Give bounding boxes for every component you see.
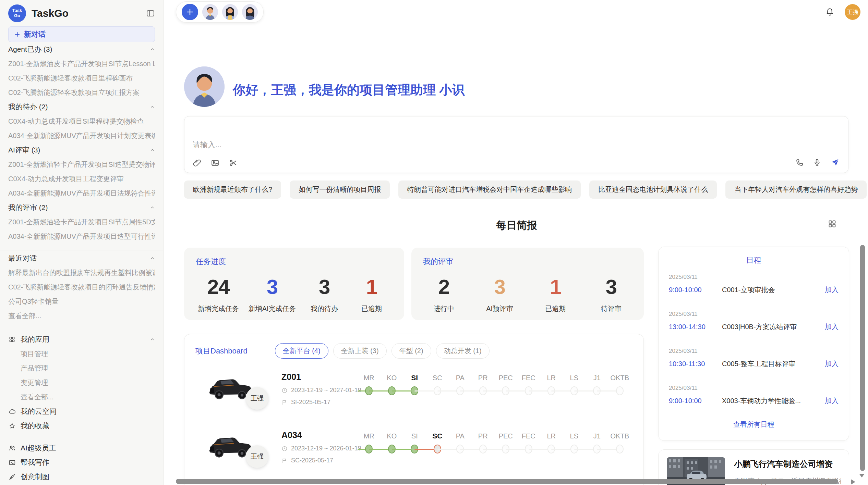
contact-avatar[interactable] <box>222 4 238 20</box>
sidebar-item[interactable]: A034-全新新能源MUV产品开发项目造型可行性评审 <box>8 229 155 244</box>
suggestion-chip[interactable]: 如何写一份清晰的项目周报 <box>290 181 390 199</box>
recent-chat-item-view-all[interactable]: 查看全部... <box>8 309 155 323</box>
section-header-my-review[interactable]: 我的评审 (2) <box>8 200 155 215</box>
sidebar-item[interactable]: C02-飞腾新能源轻客改款项目里程碑画布 <box>8 71 155 85</box>
attachment-icon[interactable] <box>193 159 201 167</box>
project-row[interactable]: 王强 Z001 2023-12-19 ~ 2027-01-19 SI-2025-… <box>184 365 643 420</box>
logo-row: Task Go TaskGo <box>8 0 155 25</box>
recent-chat-item[interactable]: C02-飞腾新能源轻客改款项目的闭环通告反馈情况 <box>8 280 155 294</box>
scissors-icon[interactable] <box>229 159 238 167</box>
sidebar-item-creative-draw[interactable]: 创意制图 <box>8 470 155 484</box>
notification-bell-icon[interactable] <box>825 8 834 17</box>
filter-pill[interactable]: 全新平台 (4) <box>275 343 328 359</box>
recent-chat-item[interactable]: 解释最新出台的欧盟报废车法规再生塑料比例被调至15%... <box>8 265 155 280</box>
project-code: A034 <box>281 430 361 440</box>
layout-grid-icon[interactable] <box>828 219 837 231</box>
schedule-event-title: X003-车辆动力学性能验... <box>722 396 825 406</box>
app-item-change-mgmt[interactable]: 变更管理 <box>8 375 155 390</box>
dashboard-header: 项目Dashboard 全新平台 (4) 全新上装 (3) 年型 (2) 动总开… <box>184 334 643 365</box>
filter-pill[interactable]: 年型 (2) <box>391 343 431 359</box>
plus-icon <box>14 31 21 38</box>
sidebar-item[interactable]: C0X4-动力总成开发项目工程变更评审 <box>8 172 155 186</box>
sidebar-item-my-apps[interactable]: 我的应用 <box>8 332 155 347</box>
project-info: A034 2023-12-19 ~ 2026-01-19 SC-2025-05-… <box>281 430 361 464</box>
app-item-product-mgmt[interactable]: 产品管理 <box>8 361 155 375</box>
image-icon[interactable] <box>211 159 219 167</box>
stat: 2进行中 <box>425 275 463 313</box>
suggestion-chip[interactable]: 比亚迪全固态电池计划具体说了什么 <box>589 181 717 199</box>
sidebar-item[interactable]: C0X4-动力总成开发项目SI里程碑提交物检查 <box>8 114 155 128</box>
new-chat-label: 新对话 <box>24 29 46 39</box>
milestone-track: MRKOSISCPAPRPECFECLRLSJ1OKTB <box>358 373 632 396</box>
sidebar-item[interactable]: C02-飞腾新能源轻客改款项目立项汇报方案 <box>8 85 155 100</box>
suggestion-chip[interactable]: 当下年轻人对汽车外观有怎样的喜好趋势 <box>725 181 867 199</box>
join-link[interactable]: 加入 <box>825 396 839 406</box>
phone-icon[interactable] <box>795 158 804 167</box>
schedule-item: 2025/03/11 10:30-11:30 C005-整车工程目标评审 加入 <box>659 340 849 377</box>
sidebar-item[interactable]: Z001-全新燃油轻卡产品开发项目SI节点属性5D文件评审 <box>8 215 155 229</box>
sidebar-item-my-favorites[interactable]: 我的收藏 <box>8 419 155 433</box>
vertical-scrollbar-thumb[interactable] <box>860 245 865 471</box>
app-item-view-all[interactable]: 查看全部... <box>8 390 155 404</box>
schedule-time: 13:00-14:30 <box>669 323 722 331</box>
stat: 1已逾期 <box>353 275 390 313</box>
recent-chat-item[interactable]: 公司Q3轻卡销量 <box>8 294 155 309</box>
apps-grid-icon <box>8 336 16 343</box>
taskgo-app: Task Go TaskGo 新对话 Agent已办 (3) Z001-全新燃油… <box>0 0 868 485</box>
dashboard-title: 项目Dashboard <box>195 343 248 356</box>
join-link[interactable]: 加入 <box>825 322 839 332</box>
suggestion-chip[interactable]: 欧洲新规最近颁布了什么? <box>184 181 281 199</box>
logo-text-bottom: Go <box>14 13 20 18</box>
app-title: TaskGo <box>32 8 146 19</box>
stat: 3我的待办 <box>305 275 343 313</box>
mic-icon[interactable] <box>813 158 821 167</box>
stat: 1已逾期 <box>537 275 574 313</box>
composer-right-tools <box>795 158 840 167</box>
news-title: 小鹏飞行汽车制造公司增资 <box>734 459 841 470</box>
join-link[interactable]: 加入 <box>825 359 839 369</box>
scroll-down-arrow[interactable] <box>859 474 865 477</box>
contact-avatar[interactable] <box>242 4 258 20</box>
schedule-item: 2025/03/11 9:00-10:00 C001-立项审批会 加入 <box>659 266 849 303</box>
app-item-project-mgmt[interactable]: 项目管理 <box>8 347 155 361</box>
horizontal-scrollbar-thumb[interactable] <box>176 479 838 484</box>
logo-text-top: Task <box>12 8 22 13</box>
join-link[interactable]: 加入 <box>825 285 839 295</box>
filter-pill[interactable]: 动总开发 (1) <box>436 343 490 359</box>
filter-pill[interactable]: 全新上装 (3) <box>333 343 387 359</box>
sidebar-item[interactable]: Z001-全新燃油皮卡产品开发项目SI节点Lesson Learn报告 <box>8 57 155 71</box>
sidebar-collapse-icon[interactable] <box>146 9 155 18</box>
schedule-item: 2025/03/11 9:00-10:00 X003-车辆动力学性能验... 加… <box>659 377 849 414</box>
dashboard-filters: 全新平台 (4) 全新上装 (3) 年型 (2) 动总开发 (1) <box>275 343 490 359</box>
project-owner-badge: 王强 <box>246 387 268 410</box>
new-chat-button[interactable]: 新对话 <box>8 26 155 42</box>
schedule-card: 日程 2025/03/11 9:00-10:00 C001-立项审批会 加入 2… <box>658 247 849 441</box>
send-icon[interactable] <box>830 158 840 167</box>
section-header-ai-review[interactable]: AI评审 (3) <box>8 143 155 157</box>
add-contact-button[interactable] <box>182 4 198 20</box>
project-row[interactable]: 王强 A034 2023-12-19 ~ 2026-01-19 SC-2025-… <box>184 423 643 478</box>
chat-composer[interactable]: 请输入... <box>184 116 848 173</box>
card-title: 我的评审 <box>423 257 632 267</box>
suggestion-chip[interactable]: 特朗普可能对进口汽车增税会对中国车企造成哪些影响 <box>398 181 581 199</box>
scroll-right-arrow[interactable] <box>851 479 855 485</box>
sidebar-item[interactable]: A034-全新新能源MUV产品开发项目计划变更表编写 <box>8 128 155 143</box>
schedule-date: 2025/03/11 <box>669 274 839 281</box>
sidebar-item-my-cloud[interactable]: 我的云空间 <box>8 404 155 419</box>
user-avatar[interactable]: 王强 <box>845 4 860 20</box>
project-flag: SI-2025-05-17 <box>291 399 330 406</box>
section-header-recent-chats[interactable]: 最近对话 <box>8 251 155 265</box>
project-code: Z001 <box>281 372 361 382</box>
view-all-schedule-link[interactable]: 查看所有日程 <box>659 420 849 429</box>
project-dates: 2023-12-19 ~ 2026-01-19 <box>291 445 361 452</box>
section-header-my-todo[interactable]: 我的待办 (2) <box>8 100 155 114</box>
sidebar-item[interactable]: Z001-全新燃油轻卡产品开发项目SI造型提交物评审 <box>8 157 155 172</box>
schedule-date: 2025/03/11 <box>669 311 839 318</box>
sidebar-item[interactable]: A034-全新新能源MUV产品开发项目法规符合性评审 <box>8 186 155 200</box>
sidebar-item-ai-super-staff[interactable]: AI超级员工 <box>8 441 155 455</box>
project-owner-badge: 王强 <box>246 445 268 468</box>
schedule-date: 2025/03/11 <box>669 348 839 355</box>
sidebar-item-help-me-write[interactable]: 帮我写作 <box>8 455 155 470</box>
section-header-agent-done[interactable]: Agent已办 (3) <box>8 42 155 57</box>
contact-avatar[interactable] <box>202 4 218 20</box>
